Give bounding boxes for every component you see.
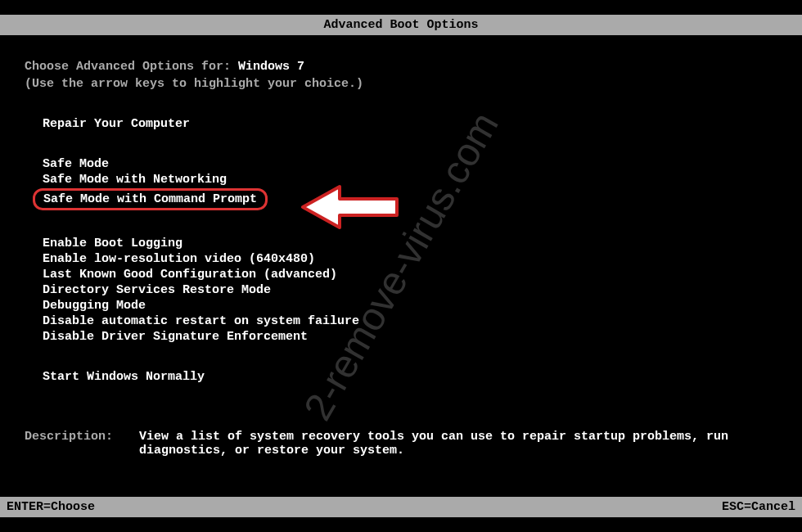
menu-item-safe-mode-networking[interactable]: Safe Mode with Networking	[43, 173, 777, 188]
description-label: Description:	[25, 430, 139, 458]
menu-item-safe-mode-cmd[interactable]: Safe Mode with Command Prompt	[43, 188, 777, 212]
menu-item-low-res[interactable]: Enable low-resolution video (640x480)	[43, 252, 777, 268]
menu-label: Start Windows Normally	[43, 370, 205, 384]
menu-label: Safe Mode with Networking	[43, 173, 227, 187]
menu-item-last-known-good[interactable]: Last Known Good Configuration (advanced)	[43, 268, 777, 283]
menu-label: Enable Boot Logging	[43, 237, 182, 250]
menu-label: Enable low-resolution video (640x480)	[43, 252, 315, 266]
menu-item-boot-logging[interactable]: Enable Boot Logging	[43, 237, 777, 252]
boot-menu: Repair Your Computer Safe Mode Safe Mode…	[43, 117, 777, 385]
menu-label: Disable automatic restart on system fail…	[43, 314, 359, 328]
menu-item-debugging[interactable]: Debugging Mode	[43, 299, 777, 314]
prompt-prefix: Choose Advanced Options for:	[25, 60, 238, 74]
prompt-line: Choose Advanced Options for: Windows 7	[25, 60, 777, 74]
enter-hint: ENTER=Choose	[7, 500, 95, 514]
normal-group: Start Windows Normally	[43, 370, 777, 385]
title-bar: Advanced Boot Options	[0, 15, 802, 35]
advanced-group: Enable Boot Logging Enable low-resolutio…	[43, 237, 777, 345]
esc-hint: ESC=Cancel	[722, 500, 795, 514]
menu-label: Disable Driver Signature Enforcement	[43, 330, 308, 344]
menu-label: Repair Your Computer	[43, 117, 190, 131]
menu-label: Last Known Good Configuration (advanced)	[43, 268, 337, 282]
footer-bar: ENTER=Choose ESC=Cancel	[0, 497, 802, 517]
menu-item-disable-driver-sig[interactable]: Disable Driver Signature Enforcement	[43, 330, 777, 345]
screen-title: Advanced Boot Options	[323, 18, 478, 32]
menu-item-repair[interactable]: Repair Your Computer	[43, 117, 777, 133]
os-name: Windows 7	[238, 60, 304, 74]
menu-label: Debugging Mode	[43, 299, 146, 313]
safe-mode-group: Safe Mode Safe Mode with Networking Safe…	[43, 157, 777, 212]
description-text: View a list of system recovery tools you…	[139, 430, 777, 458]
keyboard-hint: (Use the arrow keys to highlight your ch…	[25, 77, 777, 91]
menu-item-start-normally[interactable]: Start Windows Normally	[43, 370, 777, 385]
menu-item-disable-auto-restart[interactable]: Disable automatic restart on system fail…	[43, 314, 777, 330]
menu-item-ds-restore[interactable]: Directory Services Restore Mode	[43, 283, 777, 299]
menu-item-safe-mode[interactable]: Safe Mode	[43, 157, 777, 173]
menu-label: Safe Mode with Command Prompt	[33, 188, 268, 210]
menu-label: Directory Services Restore Mode	[43, 283, 271, 297]
menu-label: Safe Mode	[43, 157, 109, 171]
main-content: Choose Advanced Options for: Windows 7 (…	[0, 35, 802, 458]
description-section: Description: View a list of system recov…	[25, 430, 777, 458]
